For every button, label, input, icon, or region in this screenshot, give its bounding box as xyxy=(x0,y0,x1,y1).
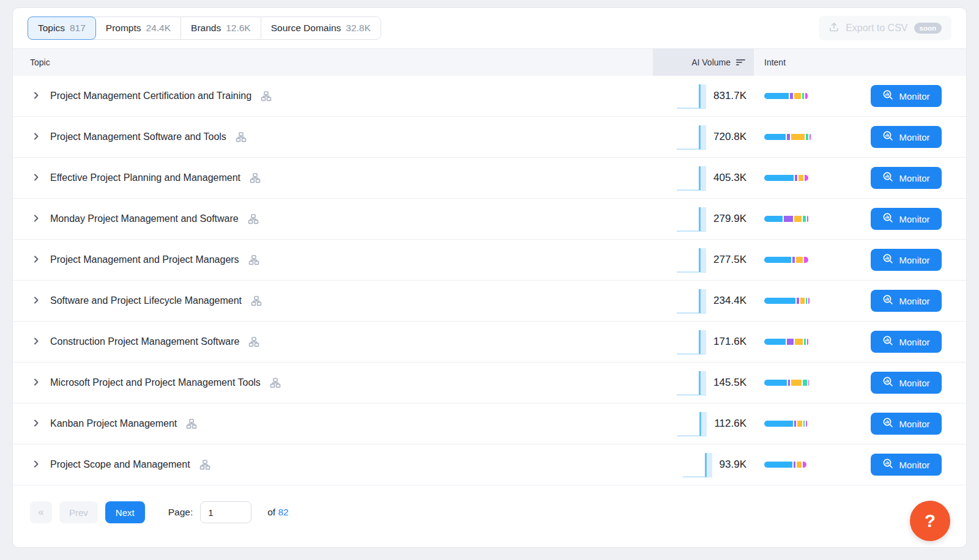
topic-label[interactable]: Software and Project Lifecycle Managemen… xyxy=(50,295,242,306)
sitemap-icon[interactable] xyxy=(261,91,272,101)
chevron-right-icon xyxy=(31,90,41,102)
total-pages-link[interactable]: 82 xyxy=(278,507,288,517)
export-csv-button[interactable]: Export to CSV soon xyxy=(819,16,951,40)
sitemap-icon[interactable] xyxy=(250,173,261,183)
tab-count: 24.4K xyxy=(146,23,171,34)
intent-bar[interactable] xyxy=(764,134,811,140)
monitor-button[interactable]: Monitor xyxy=(871,85,942,107)
expand-row-button[interactable] xyxy=(30,213,42,225)
intent-cell xyxy=(754,216,871,222)
topic-label[interactable]: Microsoft Project and Project Management… xyxy=(50,377,261,388)
monitor-cell: Monitor xyxy=(871,85,966,107)
expand-row-button[interactable] xyxy=(30,295,42,307)
monitor-button[interactable]: Monitor xyxy=(871,290,942,312)
intent-segment xyxy=(764,339,786,345)
column-header-ai-volume[interactable]: AI Volume xyxy=(653,49,754,76)
volume-trend-sparkline xyxy=(677,206,706,232)
first-page-button[interactable]: « xyxy=(30,501,52,523)
page-number-input[interactable] xyxy=(200,501,251,523)
topic-label[interactable]: Monday Project Management and Software xyxy=(50,213,239,224)
monitor-cell: Monitor xyxy=(871,290,966,312)
intent-bar[interactable] xyxy=(764,175,808,181)
tab-topics[interactable]: Topics 817 xyxy=(28,17,96,40)
monitor-magnifier-icon xyxy=(882,130,894,144)
monitor-button[interactable]: Monitor xyxy=(871,249,942,271)
next-page-button[interactable]: Next xyxy=(105,501,145,523)
intent-bar[interactable] xyxy=(764,216,808,222)
intent-bar[interactable] xyxy=(764,339,808,345)
ai-volume-value: 277.5K xyxy=(713,254,746,266)
tab-brands[interactable]: Brands 12.6K xyxy=(181,17,261,39)
intent-bar[interactable] xyxy=(764,380,809,386)
monitor-button[interactable]: Monitor xyxy=(871,372,942,394)
tab-count: 32.8K xyxy=(346,23,371,34)
expand-row-button[interactable] xyxy=(30,254,42,266)
intent-segment xyxy=(808,298,810,304)
intent-segment xyxy=(787,339,794,345)
expand-row-button[interactable] xyxy=(30,336,42,348)
intent-segment xyxy=(807,339,808,345)
intent-segment xyxy=(807,216,808,222)
sitemap-icon[interactable] xyxy=(270,378,281,388)
table-row: Project Scope and Management 93.9K xyxy=(13,444,966,485)
ai-volume-cell: 171.6K xyxy=(653,329,754,355)
sitemap-icon[interactable] xyxy=(186,419,197,429)
monitor-button[interactable]: Monitor xyxy=(871,208,942,230)
expand-row-button[interactable] xyxy=(30,418,42,430)
topic-cell: Project Management and Project Managers xyxy=(30,254,653,266)
sitemap-icon[interactable] xyxy=(248,214,259,224)
intent-bar[interactable] xyxy=(764,93,808,99)
sitemap-icon[interactable] xyxy=(248,337,259,347)
ai-volume-cell: 93.9K xyxy=(653,452,754,477)
tab-label: Source Domains xyxy=(271,23,341,34)
ai-volume-value: 93.9K xyxy=(720,459,746,471)
export-csv-label: Export to CSV xyxy=(846,23,907,34)
monitor-button-label: Monitor xyxy=(899,255,929,265)
monitor-cell: Monitor xyxy=(871,331,966,353)
intent-bar[interactable] xyxy=(764,257,808,263)
monitor-button[interactable]: Monitor xyxy=(871,331,942,353)
topic-label[interactable]: Project Management and Project Managers xyxy=(50,254,239,265)
intent-cell xyxy=(754,421,871,427)
tab-source-domains[interactable]: Source Domains 32.8K xyxy=(261,17,381,39)
intent-segment xyxy=(804,257,808,263)
intent-segment xyxy=(806,298,807,304)
topic-label[interactable]: Project Management Software and Tools xyxy=(50,131,226,142)
sitemap-icon[interactable] xyxy=(199,460,210,470)
monitor-button[interactable]: Monitor xyxy=(871,454,942,476)
monitor-cell: Monitor xyxy=(871,167,966,189)
monitor-magnifier-icon xyxy=(882,171,894,185)
intent-bar[interactable] xyxy=(764,298,810,304)
topic-label[interactable]: Project Management Certification and Tra… xyxy=(50,90,251,101)
intent-bar[interactable] xyxy=(764,421,807,427)
table-row: Software and Project Lifecycle Managemen… xyxy=(13,281,966,322)
expand-row-button[interactable] xyxy=(30,377,42,389)
monitor-button[interactable]: Monitor xyxy=(871,126,942,148)
intent-cell xyxy=(754,380,871,386)
monitor-magnifier-icon xyxy=(882,335,894,348)
expand-row-button[interactable] xyxy=(30,172,42,184)
topic-label[interactable]: Project Scope and Management xyxy=(50,459,190,470)
expand-row-button[interactable] xyxy=(30,459,42,471)
sitemap-icon[interactable] xyxy=(236,132,247,142)
prev-page-button[interactable]: Prev xyxy=(59,501,98,523)
monitor-magnifier-icon xyxy=(882,458,894,471)
tab-prompts[interactable]: Prompts 24.4K xyxy=(96,17,181,39)
topic-label[interactable]: Kanban Project Management xyxy=(50,418,177,429)
intent-segment xyxy=(808,380,809,386)
monitor-button[interactable]: Monitor xyxy=(871,167,942,189)
sitemap-icon[interactable] xyxy=(248,255,259,265)
expand-row-button[interactable] xyxy=(30,131,42,143)
topic-cell: Effective Project Planning and Managemen… xyxy=(30,172,653,184)
monitor-cell: Monitor xyxy=(871,413,966,435)
monitor-button[interactable]: Monitor xyxy=(871,413,942,435)
topic-label[interactable]: Effective Project Planning and Managemen… xyxy=(50,172,240,183)
tab-count: 817 xyxy=(70,23,86,34)
intent-bar[interactable] xyxy=(764,462,806,468)
help-button[interactable]: ? xyxy=(910,501,950,541)
sitemap-icon[interactable] xyxy=(251,296,262,306)
monitor-cell: Monitor xyxy=(871,249,966,271)
expand-row-button[interactable] xyxy=(30,90,42,102)
topic-label[interactable]: Construction Project Management Software xyxy=(50,336,239,347)
intent-cell xyxy=(754,462,871,468)
